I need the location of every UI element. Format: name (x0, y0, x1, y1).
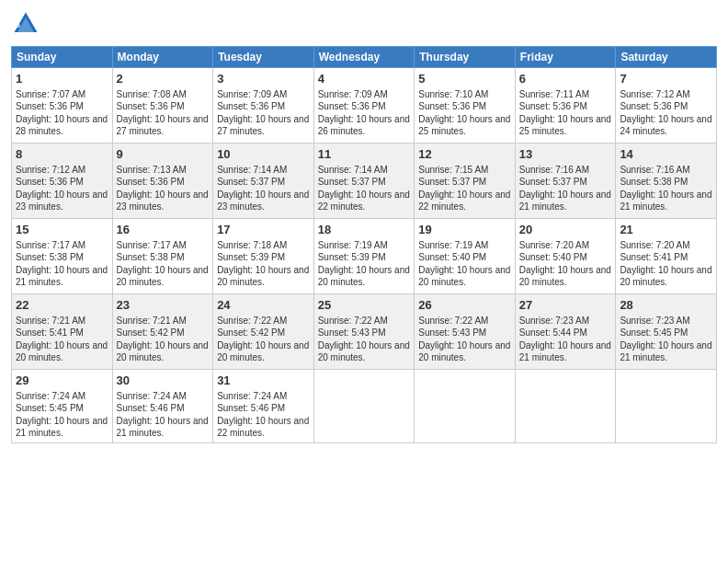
calendar-table: Sunday Monday Tuesday Wednesday Thursday… (11, 46, 717, 443)
day-number: 31 (217, 373, 310, 389)
day-number: 6 (519, 71, 612, 87)
calendar-cell: 15Sunrise: 7:17 AMSunset: 5:38 PMDayligh… (12, 219, 113, 294)
daylight-text: Daylight: 10 hours and 26 minutes. (318, 114, 410, 137)
day-number: 15 (16, 222, 108, 238)
calendar-week-row: 15Sunrise: 7:17 AMSunset: 5:38 PMDayligh… (12, 219, 717, 294)
calendar-cell: 24Sunrise: 7:22 AMSunset: 5:42 PMDayligh… (213, 294, 314, 370)
day-number: 3 (217, 71, 310, 87)
sunrise-text: Sunrise: 7:10 AM (418, 89, 488, 99)
sunrise-text: Sunrise: 7:09 AM (217, 89, 287, 99)
day-number: 10 (217, 146, 310, 163)
day-number: 13 (519, 146, 612, 163)
daylight-text: Daylight: 10 hours and 20 minutes. (117, 265, 209, 288)
daylight-text: Daylight: 10 hours and 27 minutes. (217, 114, 309, 137)
day-number: 17 (217, 222, 310, 238)
sunrise-text: Sunrise: 7:17 AM (16, 240, 85, 250)
daylight-text: Daylight: 10 hours and 20 minutes. (217, 265, 309, 288)
sunrise-text: Sunrise: 7:20 AM (519, 240, 589, 250)
sunrise-text: Sunrise: 7:13 AM (117, 165, 187, 175)
sunrise-text: Sunrise: 7:18 AM (217, 240, 287, 250)
sunset-text: Sunset: 5:38 PM (16, 252, 84, 262)
sunset-text: Sunset: 5:37 PM (519, 177, 587, 187)
sunset-text: Sunset: 5:39 PM (217, 252, 285, 262)
header-monday: Monday (112, 47, 213, 68)
sunset-text: Sunset: 5:36 PM (217, 101, 285, 111)
sunset-text: Sunset: 5:45 PM (620, 327, 688, 338)
calendar-cell: 18Sunrise: 7:19 AMSunset: 5:39 PMDayligh… (313, 219, 415, 294)
day-number: 19 (418, 222, 511, 238)
sunset-text: Sunset: 5:36 PM (318, 101, 386, 111)
daylight-text: Daylight: 10 hours and 21 minutes. (16, 265, 108, 288)
daylight-text: Daylight: 10 hours and 20 minutes. (318, 340, 410, 363)
sunrise-text: Sunrise: 7:24 AM (16, 391, 85, 401)
calendar-cell: 11Sunrise: 7:14 AMSunset: 5:37 PMDayligh… (313, 144, 415, 219)
header-wednesday: Wednesday (313, 47, 415, 68)
daylight-text: Daylight: 10 hours and 20 minutes. (418, 340, 510, 363)
daylight-text: Daylight: 10 hours and 21 minutes. (620, 340, 711, 363)
sunset-text: Sunset: 5:42 PM (117, 327, 185, 338)
sunrise-text: Sunrise: 7:22 AM (418, 316, 488, 326)
sunrise-text: Sunrise: 7:12 AM (16, 165, 85, 175)
daylight-text: Daylight: 10 hours and 20 minutes. (620, 265, 711, 288)
sunset-text: Sunset: 5:45 PM (16, 403, 84, 413)
logo: G (11, 9, 44, 39)
sunset-text: Sunset: 5:42 PM (217, 327, 285, 338)
calendar-cell: 5Sunrise: 7:10 AMSunset: 5:36 PMDaylight… (415, 68, 516, 144)
calendar-cell: 30Sunrise: 7:24 AMSunset: 5:46 PMDayligh… (112, 370, 213, 443)
sunrise-text: Sunrise: 7:24 AM (117, 391, 187, 401)
sunset-text: Sunset: 5:36 PM (519, 101, 587, 111)
sunrise-text: Sunrise: 7:23 AM (519, 316, 589, 326)
svg-text:G: G (15, 22, 20, 29)
sunrise-text: Sunrise: 7:14 AM (318, 165, 388, 175)
daylight-text: Daylight: 10 hours and 21 minutes. (117, 416, 209, 439)
daylight-text: Daylight: 10 hours and 21 minutes. (620, 190, 711, 213)
daylight-text: Daylight: 10 hours and 21 minutes. (16, 416, 108, 439)
calendar-cell: 14Sunrise: 7:16 AMSunset: 5:38 PMDayligh… (616, 144, 717, 219)
calendar-cell: 29Sunrise: 7:24 AMSunset: 5:45 PMDayligh… (12, 370, 113, 443)
day-number: 29 (16, 373, 108, 389)
day-number: 4 (318, 71, 411, 87)
calendar-cell: 22Sunrise: 7:21 AMSunset: 5:41 PMDayligh… (12, 294, 113, 370)
calendar-cell (415, 370, 516, 443)
daylight-text: Daylight: 10 hours and 27 minutes. (117, 114, 209, 137)
calendar-cell: 6Sunrise: 7:11 AMSunset: 5:36 PMDaylight… (515, 68, 616, 144)
sunrise-text: Sunrise: 7:19 AM (318, 240, 388, 250)
daylight-text: Daylight: 10 hours and 21 minutes. (519, 190, 611, 213)
calendar-cell: 2Sunrise: 7:08 AMSunset: 5:36 PMDaylight… (112, 68, 213, 144)
daylight-text: Daylight: 10 hours and 28 minutes. (16, 114, 108, 137)
calendar-cell: 31Sunrise: 7:24 AMSunset: 5:46 PMDayligh… (213, 370, 314, 443)
sunrise-text: Sunrise: 7:11 AM (519, 89, 589, 99)
header-sunday: Sunday (12, 47, 113, 68)
day-number: 22 (16, 297, 108, 314)
daylight-text: Daylight: 10 hours and 25 minutes. (418, 114, 510, 137)
day-number: 9 (117, 146, 210, 163)
daylight-text: Daylight: 10 hours and 22 minutes. (217, 416, 309, 439)
sunset-text: Sunset: 5:40 PM (519, 252, 587, 262)
sunset-text: Sunset: 5:46 PM (217, 403, 285, 413)
calendar-cell: 13Sunrise: 7:16 AMSunset: 5:37 PMDayligh… (515, 144, 616, 219)
day-number: 5 (418, 71, 511, 87)
day-number: 1 (16, 71, 108, 87)
day-number: 21 (620, 222, 712, 238)
sunset-text: Sunset: 5:44 PM (519, 327, 587, 338)
day-number: 26 (418, 297, 511, 314)
day-number: 24 (217, 297, 310, 314)
day-number: 28 (620, 297, 712, 314)
daylight-text: Daylight: 10 hours and 22 minutes. (318, 190, 410, 213)
weekday-header-row: Sunday Monday Tuesday Wednesday Thursday… (12, 47, 717, 68)
sunrise-text: Sunrise: 7:08 AM (117, 89, 187, 99)
day-number: 16 (117, 222, 210, 238)
daylight-text: Daylight: 10 hours and 23 minutes. (16, 190, 108, 213)
calendar-cell: 10Sunrise: 7:14 AMSunset: 5:37 PMDayligh… (213, 144, 314, 219)
calendar-cell: 12Sunrise: 7:15 AMSunset: 5:37 PMDayligh… (415, 144, 516, 219)
sunrise-text: Sunrise: 7:21 AM (117, 316, 187, 326)
daylight-text: Daylight: 10 hours and 22 minutes. (418, 190, 510, 213)
sunset-text: Sunset: 5:38 PM (620, 177, 688, 187)
day-number: 23 (117, 297, 210, 314)
daylight-text: Daylight: 10 hours and 20 minutes. (16, 340, 108, 363)
daylight-text: Daylight: 10 hours and 21 minutes. (519, 340, 611, 363)
calendar-week-row: 1Sunrise: 7:07 AMSunset: 5:36 PMDaylight… (12, 68, 717, 144)
sunrise-text: Sunrise: 7:16 AM (620, 165, 689, 175)
sunrise-text: Sunrise: 7:15 AM (418, 165, 488, 175)
header: G (11, 9, 717, 39)
